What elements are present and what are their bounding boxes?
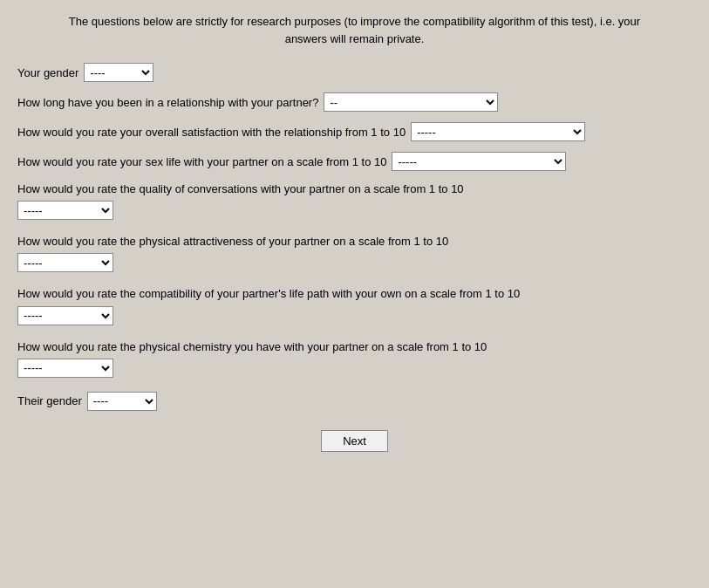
physical-attractiveness-select[interactable]: ----- 12345 678910 xyxy=(17,253,113,272)
overall-satisfaction-select[interactable]: ----- 12345 678910 xyxy=(411,122,585,141)
your-gender-select[interactable]: ---- Male Female Other xyxy=(84,63,153,82)
relationship-length-label: How long have you been in a relationship… xyxy=(17,96,318,109)
life-path-label: How would you rate the compatibility of … xyxy=(17,286,692,302)
physical-attractiveness-label: How would you rate the physical attracti… xyxy=(17,234,692,250)
sex-life-label: How would you rate your sex life with yo… xyxy=(17,155,386,168)
physical-attractiveness-row: How would you rate the physical attracti… xyxy=(17,234,692,272)
sex-life-row: How would you rate your sex life with yo… xyxy=(17,152,692,171)
physical-chemistry-row: How would you rate the physical chemistr… xyxy=(17,339,692,378)
physical-chemistry-select[interactable]: ----- 12345 678910 xyxy=(17,359,113,378)
conversation-quality-select[interactable]: ----- 12345 678910 xyxy=(17,201,113,220)
intro-text: The questions below are strictly for res… xyxy=(17,13,692,47)
relationship-length-select[interactable]: -- Less than 1 year 1-2 years 3-5 years … xyxy=(324,92,498,112)
next-button[interactable]: Next xyxy=(321,430,388,452)
next-button-row: Next xyxy=(17,430,692,452)
form-section: Your gender ---- Male Female Other How l… xyxy=(17,63,692,421)
sex-life-select[interactable]: ----- 12345 678910 xyxy=(392,152,566,171)
conversation-quality-row: How would you rate the quality of conver… xyxy=(17,181,692,220)
physical-chemistry-label: How would you rate the physical chemistr… xyxy=(17,339,692,355)
life-path-row: How would you rate the compatibility of … xyxy=(17,286,692,325)
life-path-select[interactable]: ----- 12345 678910 xyxy=(17,306,113,325)
page-container: The questions below are strictly for res… xyxy=(0,0,709,588)
conversation-quality-label: How would you rate the quality of conver… xyxy=(17,181,692,197)
overall-satisfaction-row: How would you rate your overall satisfac… xyxy=(17,122,692,141)
your-gender-label: Your gender xyxy=(17,66,78,79)
their-gender-select[interactable]: ---- Male Female Other xyxy=(87,392,157,411)
your-gender-row: Your gender ---- Male Female Other xyxy=(17,63,692,82)
overall-satisfaction-label: How would you rate your overall satisfac… xyxy=(17,126,406,139)
relationship-length-row: How long have you been in a relationship… xyxy=(17,92,692,112)
their-gender-label: Their gender xyxy=(17,394,82,407)
their-gender-row: Their gender ---- Male Female Other xyxy=(17,392,692,411)
